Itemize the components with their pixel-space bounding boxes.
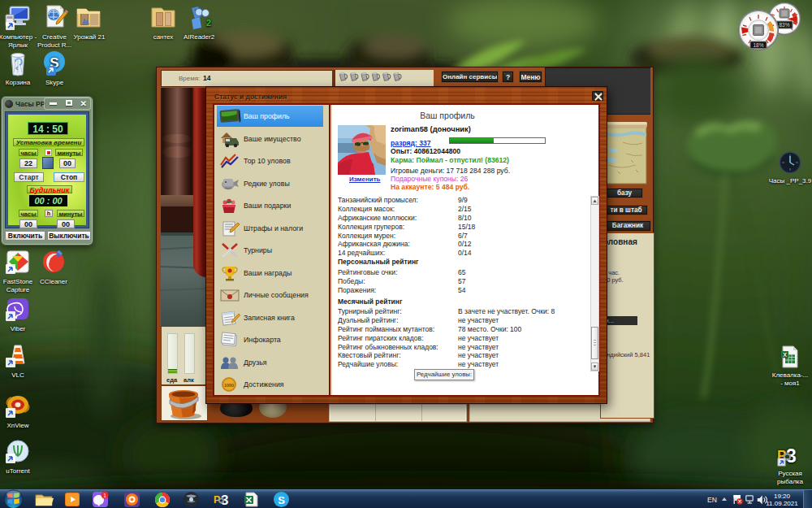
svg-text:S: S	[278, 494, 285, 506]
svg-text:1: 1	[103, 493, 106, 498]
svg-text:2: 2	[206, 18, 211, 28]
svg-text:18%: 18%	[753, 42, 763, 48]
svg-text:3: 3	[786, 445, 797, 467]
svg-text:3: 3	[221, 493, 228, 508]
svg-text:1000: 1000	[224, 383, 234, 388]
svg-text:83%: 83%	[779, 22, 789, 28]
svg-text:X: X	[783, 352, 787, 358]
